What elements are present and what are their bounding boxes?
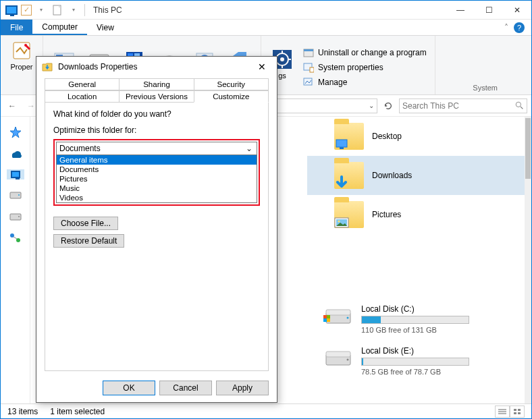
maximize-button[interactable]: ☐ — [475, 1, 503, 19]
svg-rect-39 — [340, 147, 344, 149]
qat-separator — [84, 4, 85, 16]
svg-point-53 — [347, 359, 349, 361]
view-icons-button[interactable] — [510, 406, 525, 418]
qat-dropdown2-icon[interactable]: ▾ — [67, 3, 80, 17]
quick-access-toolbar: ✓ ▾ ▾ — [1, 3, 90, 17]
view-details-button[interactable] — [495, 406, 510, 418]
optimize-combo-highlight: Documents ⌄ General items Documents Pict… — [53, 139, 260, 206]
properties-label: Proper — [10, 63, 32, 71]
restore-default-button[interactable]: Restore Default — [53, 234, 124, 248]
svg-rect-52 — [326, 352, 350, 357]
svg-rect-49 — [323, 318, 327, 322]
dialog-panel-customize: What kind of folder do you want? Optimiz… — [45, 102, 269, 371]
close-button[interactable]: ✕ — [503, 1, 531, 19]
drive-caption: 78.5 GB free of 78.7 GB — [361, 368, 469, 376]
drive-item-c[interactable]: Local Disk (C:) 110 GB free of 131 GB — [307, 302, 525, 343]
svg-point-34 — [18, 216, 20, 217]
dialog-title: Downloads Properties — [58, 62, 137, 72]
qat-dropdown-icon[interactable]: ▾ — [34, 3, 48, 17]
uninstall-label: Uninstall or change a program — [318, 48, 427, 57]
dialog-button-row: OK Cancel Apply — [36, 376, 277, 402]
choose-file-button[interactable]: Choose File... — [53, 217, 118, 230]
folder-item-pictures[interactable]: Pictures — [307, 195, 525, 234]
scrollbar-thumb[interactable] — [525, 118, 531, 179]
optimize-label: Optimize this folder for: — [53, 125, 260, 135]
uninstall-program-button[interactable]: Uninstall or change a program — [303, 46, 427, 59]
dropdown-option[interactable]: Documents — [57, 165, 257, 174]
svg-point-32 — [18, 194, 20, 196]
tab-customize[interactable]: Customize — [194, 90, 269, 103]
drive-item-e[interactable]: Local Disk (E:) 78.5 GB free of 78.7 GB — [307, 343, 525, 385]
apply-button[interactable]: Apply — [216, 381, 269, 395]
drive-icon — [323, 304, 353, 327]
svg-line-37 — [14, 237, 17, 239]
tab-previous-versions[interactable]: Previous Versions — [119, 90, 194, 103]
drive-icon — [323, 346, 353, 369]
search-icon — [515, 101, 524, 110]
dialog-tabs: General Sharing Security Location Previo… — [36, 77, 277, 103]
tab-sharing[interactable]: Sharing — [119, 78, 194, 90]
svg-rect-25 — [304, 49, 313, 51]
dialog-titlebar[interactable]: Downloads Properties ✕ — [36, 57, 277, 77]
folder-label: Pictures — [372, 210, 401, 219]
qat-check-icon[interactable]: ✓ — [21, 5, 32, 16]
svg-point-29 — [516, 102, 521, 107]
svg-rect-27 — [310, 67, 314, 72]
search-input[interactable]: Search This PC — [399, 99, 527, 113]
sidebar-thispc-icon[interactable] — [7, 169, 24, 179]
nav-back-button[interactable]: ← — [5, 99, 20, 113]
refresh-button[interactable] — [381, 99, 395, 113]
tab-general[interactable]: General — [45, 78, 119, 90]
folder-item-downloads[interactable]: Downloads — [307, 156, 525, 195]
thispc-icon — [5, 3, 18, 17]
ribbon-collapse-icon[interactable]: ˄ — [504, 23, 508, 32]
optimize-dropdown[interactable]: Documents ⌄ — [56, 142, 257, 155]
chevron-down-icon: ⌄ — [244, 144, 254, 153]
dropdown-option[interactable]: Videos — [57, 193, 257, 202]
svg-rect-47 — [323, 315, 327, 318]
system-group-label: System — [473, 84, 498, 93]
svg-line-30 — [521, 107, 523, 109]
address-dropdown-icon[interactable]: ⌄ — [369, 102, 374, 109]
dropdown-option[interactable]: Pictures — [57, 174, 257, 184]
folder-item-desktop[interactable]: Desktop — [307, 117, 525, 156]
sidebar-onedrive-icon[interactable] — [9, 148, 22, 160]
manage-button[interactable]: Manage — [303, 76, 427, 89]
optimize-dropdown-value: Documents — [59, 144, 101, 153]
drive-caption: 110 GB free of 131 GB — [361, 326, 469, 334]
tab-file[interactable]: File — [1, 20, 32, 35]
status-selected-count: 1 item selected — [50, 407, 105, 416]
sidebar-drive-icon[interactable] — [9, 189, 22, 201]
drive-capacity-bar — [361, 316, 469, 324]
sidebar-network-icon[interactable] — [9, 232, 22, 244]
system-properties-button[interactable]: System properties — [303, 61, 427, 74]
help-icon[interactable]: ? — [514, 22, 525, 33]
qat-doc-icon[interactable] — [51, 3, 64, 17]
folder-label: Desktop — [372, 132, 402, 141]
customize-heading: What kind of folder do you want? — [53, 109, 260, 119]
svg-rect-61 — [518, 412, 521, 414]
sysprops-label: System properties — [318, 63, 383, 72]
properties-dialog: Downloads Properties ✕ General Sharing S… — [36, 56, 277, 403]
tab-computer[interactable]: Computer — [32, 20, 87, 35]
svg-rect-44 — [326, 310, 350, 315]
dropdown-option[interactable]: General items — [57, 155, 257, 165]
nav-sidebar — [1, 117, 30, 403]
folder-icon — [334, 162, 364, 189]
cancel-button[interactable]: Cancel — [159, 381, 212, 395]
optimize-dropdown-list: General items Documents Pictures Music V… — [56, 155, 257, 203]
vertical-scrollbar[interactable] — [525, 117, 531, 403]
sidebar-quickaccess-icon[interactable] — [9, 126, 22, 138]
properties-button[interactable]: Proper — [5, 37, 38, 78]
ribbon-group-system: gs Uninstall or change a program System … — [261, 36, 435, 94]
dropdown-option[interactable]: Music — [57, 184, 257, 193]
tab-security[interactable]: Security — [194, 78, 269, 90]
minimize-button[interactable]: — — [446, 1, 475, 19]
svg-rect-48 — [327, 315, 330, 318]
tab-location[interactable]: Location — [45, 90, 119, 103]
dialog-close-button[interactable]: ✕ — [252, 59, 271, 75]
folder-icon — [334, 123, 364, 150]
sidebar-drive2-icon[interactable] — [9, 211, 22, 223]
tab-view[interactable]: View — [87, 20, 124, 35]
ok-button[interactable]: OK — [103, 381, 155, 395]
